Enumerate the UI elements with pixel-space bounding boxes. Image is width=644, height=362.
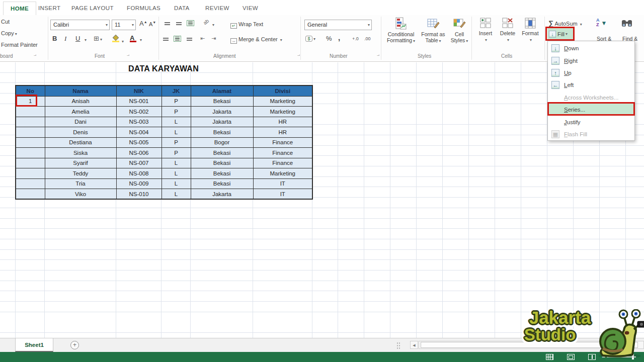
table-cell[interactable]: P [162, 137, 191, 148]
tabbar-resize-grip[interactable] [396, 342, 400, 349]
shrink-font-icon[interactable]: A▼ [149, 21, 156, 27]
autosum-button[interactable]: ∑ AutoSum ▾ [548, 19, 582, 27]
sort-filter-icon[interactable]: AZ ▼ [596, 18, 607, 27]
alignment-dialog-launcher-icon[interactable]: ⌐ [295, 53, 300, 58]
delete-cells-button[interactable]: Delete▾ [497, 17, 518, 43]
orientation-icon[interactable]: ab [202, 18, 210, 26]
table-cell[interactable]: Dani [45, 117, 116, 127]
table-cell[interactable]: Anisah [45, 96, 116, 107]
table-cell[interactable]: Bekasi [191, 148, 253, 158]
tab-view[interactable]: VIEW [235, 2, 265, 15]
underline-button[interactable]: U [75, 35, 80, 42]
table-cell[interactable]: NS-004 [116, 127, 162, 138]
table-cell[interactable]: Finance [253, 148, 312, 158]
format-as-table-button[interactable]: Format asTable▾ [419, 17, 448, 44]
table-cell[interactable]: Jakarta [191, 117, 253, 127]
table-cell[interactable] [16, 127, 45, 138]
clipboard-dialog-launcher-icon[interactable]: ⌐ [31, 53, 36, 58]
font-color-icon[interactable]: A [130, 34, 136, 42]
scroll-left-icon[interactable]: ◀ [410, 341, 418, 349]
table-cell[interactable]: L [162, 189, 191, 200]
table-cell[interactable]: Bekasi [191, 158, 253, 168]
page-break-view-icon[interactable] [588, 354, 596, 360]
table-cell[interactable]: Destiana [45, 137, 116, 148]
accounting-format-icon[interactable]: $▾ [305, 35, 315, 42]
table-cell[interactable]: NS-010 [116, 189, 162, 200]
table-cell[interactable]: NS-002 [116, 107, 162, 117]
table-cell[interactable]: Amelia [45, 107, 116, 117]
conditional-formatting-button[interactable]: ConditionalFormatting▾ [383, 17, 419, 44]
table-cell[interactable] [16, 137, 45, 148]
table-cell[interactable]: Siska [45, 148, 116, 158]
font-dialog-launcher-icon[interactable]: ⌐ [124, 53, 129, 58]
table-cell[interactable]: NS-009 [116, 178, 162, 189]
col-header-divisi[interactable]: Divisi [253, 85, 312, 96]
menu-item-up[interactable]: ↑Up [548, 67, 634, 79]
col-header-jk[interactable]: JK [162, 85, 191, 96]
tab-data[interactable]: DATA [167, 2, 197, 15]
table-cell[interactable]: P [162, 107, 191, 117]
table-cell[interactable]: NS-001 [116, 96, 162, 107]
sheet-tab-sheet1[interactable]: Sheet1 [15, 338, 53, 352]
bottom-align-icon[interactable] [187, 20, 194, 26]
table-cell[interactable]: 1 [16, 96, 45, 107]
table-cell[interactable]: Finance [253, 137, 312, 148]
fill-button[interactable]: ↓ Fill ▾ [547, 28, 574, 40]
tab-formulas[interactable]: FORMULAS [120, 2, 168, 15]
wrap-text-button[interactable]: ↵ Wrap Text [230, 21, 263, 29]
table-cell[interactable]: Bekasi [191, 127, 253, 138]
table-cell[interactable]: Jakarta [191, 189, 253, 200]
table-cell[interactable]: Viko [45, 189, 116, 200]
table-cell[interactable]: L [162, 178, 191, 189]
decrease-indent-icon[interactable]: ⇤ [200, 35, 205, 42]
table-cell[interactable]: NS-003 [116, 117, 162, 127]
merge-center-button[interactable]: ↔ Merge & Center ▾ [230, 36, 282, 44]
insert-cells-button[interactable]: Insert▾ [475, 17, 496, 43]
table-cell[interactable]: L [162, 127, 191, 138]
table-cell[interactable]: L [162, 168, 191, 179]
chevron-down-icon[interactable]: ▾ [212, 23, 214, 27]
table-cell[interactable]: NS-005 [116, 137, 162, 148]
cell-styles-button[interactable]: CellStyles▾ [448, 17, 471, 44]
table-cell[interactable] [16, 107, 45, 117]
copy-button[interactable]: Copy▾ [1, 30, 17, 36]
bold-button[interactable]: B [52, 35, 57, 42]
table-cell[interactable]: L [162, 158, 191, 168]
align-left-icon[interactable] [162, 36, 170, 42]
number-format-combo[interactable]: General▾ [304, 20, 372, 30]
tab-page-layout[interactable]: PAGE LAYOUT [64, 2, 121, 15]
increase-decimal-icon[interactable]: +.0 [352, 36, 359, 41]
table-cell[interactable]: NS-006 [116, 148, 162, 158]
table-cell[interactable]: NS-008 [116, 168, 162, 179]
table-cell[interactable] [16, 168, 45, 179]
table-cell[interactable]: L [162, 117, 191, 127]
chevron-down-icon[interactable]: ▾ [85, 38, 87, 42]
table-cell[interactable]: Tria [45, 178, 116, 189]
table-cell[interactable]: HR [253, 117, 312, 127]
table-cell[interactable]: HR [253, 127, 312, 138]
table-cell[interactable]: P [162, 96, 191, 107]
font-family-combo[interactable]: Calibri▾ [50, 20, 110, 30]
menu-item-justify[interactable]: Justify [548, 116, 634, 128]
table-cell[interactable]: IT [253, 178, 312, 189]
menu-item-left[interactable]: ←Left [548, 79, 634, 91]
normal-view-icon[interactable] [546, 354, 553, 360]
table-cell[interactable]: Denis [45, 127, 116, 138]
page-layout-view-icon[interactable] [567, 354, 575, 360]
table-cell[interactable]: Marketing [253, 168, 312, 179]
format-cells-button[interactable]: Format▾ [519, 17, 541, 43]
borders-icon[interactable]: ⊞▾ [94, 35, 102, 42]
increase-indent-icon[interactable]: ⇥ [211, 35, 216, 42]
col-header-nik[interactable]: NIK [116, 85, 162, 96]
table-cell[interactable]: Teddy [45, 168, 116, 179]
font-size-combo[interactable]: 11▾ [112, 20, 136, 30]
table-cell[interactable] [16, 158, 45, 168]
comma-style-icon[interactable]: , [338, 33, 340, 42]
align-center-icon[interactable] [174, 36, 181, 42]
table-cell[interactable]: Syarif [45, 158, 116, 168]
zoom-out-icon[interactable]: − [602, 353, 605, 360]
horizontal-scrollbar-thumb[interactable] [421, 342, 638, 348]
table-cell[interactable]: Bekasi [191, 96, 253, 107]
format-painter-button[interactable]: Format Painter [1, 42, 38, 48]
col-header-alamat[interactable]: Alamat [191, 85, 253, 96]
